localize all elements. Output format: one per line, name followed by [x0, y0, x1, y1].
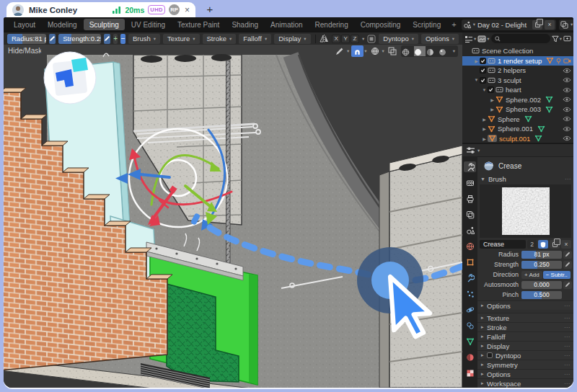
workspace-tab-layout[interactable]: Layout — [8, 19, 41, 30]
properties-tab-physics-icon[interactable] — [464, 304, 476, 315]
workspace-tab-texture-paint[interactable]: Texture Paint — [172, 19, 225, 30]
outliner-row-sphere-001[interactable]: ▶Sphere.001 — [462, 124, 573, 134]
workspace-tab-modeling[interactable]: Modeling — [42, 19, 83, 30]
visibility-checkbox[interactable] — [488, 86, 494, 93]
symmetry-x-toggle[interactable]: X — [332, 35, 340, 43]
workspace-tab-compositing[interactable]: Compositing — [355, 19, 407, 30]
visibility-checkbox[interactable] — [480, 58, 486, 64]
pinch-slider[interactable]: 0.500 — [521, 291, 562, 299]
autosmooth-slider[interactable]: 0.000 — [521, 281, 562, 289]
animate-property-button[interactable] — [563, 261, 572, 269]
properties-tab-particles-icon[interactable] — [464, 288, 476, 299]
properties-tab-view-layer-icon[interactable] — [464, 209, 476, 220]
annotate-tool[interactable]: ▾ — [334, 45, 349, 57]
filter-dropdown[interactable]: ▾ — [552, 35, 562, 43]
outliner-row-1-render-setup[interactable]: ▶1 render setupƒ — [462, 56, 573, 66]
hide-in-viewport-toggle[interactable] — [563, 87, 571, 93]
stroke-dropdown[interactable]: Stroke▾ — [203, 34, 237, 44]
outliner-root-row[interactable]: Scene Collection — [462, 46, 573, 56]
direction-subtract-button[interactable]: − — [120, 34, 125, 44]
outliner-row-sphere[interactable]: ▶Sphere — [462, 115, 573, 125]
direction-option--subtr-[interactable]: − Subtr.. — [543, 271, 571, 279]
strength-slider[interactable]: Strength: 0.250 — [58, 34, 101, 44]
animate-radius-button[interactable] — [49, 34, 56, 44]
panel-texture[interactable]: ▸Texture⋯ — [477, 313, 573, 322]
hide-in-viewport-toggle[interactable] — [563, 126, 571, 132]
expander-icon[interactable]: ▶ — [481, 136, 488, 141]
properties-tab-data-icon[interactable] — [464, 336, 476, 347]
hide-in-viewport-toggle[interactable] — [563, 68, 571, 74]
outliner-row-3-sculpt[interactable]: ▼3 sculpt — [462, 76, 573, 86]
panel-stroke[interactable]: ▸Stroke⋯ — [477, 322, 573, 331]
viewport-menu[interactable]: Hide/Mask — [8, 47, 41, 55]
properties-tab-world-icon[interactable] — [464, 241, 476, 251]
brush-dropdown[interactable]: Brush▾ — [128, 34, 160, 44]
panel-checkbox[interactable] — [487, 352, 493, 358]
outliner-row-sculpt-001[interactable]: ▶sculpt.001 — [462, 134, 573, 143]
animate-property-button[interactable] — [563, 281, 572, 289]
falloff-dropdown[interactable]: Falloff▾ — [239, 34, 271, 44]
panel-symmetry[interactable]: ▸Symmetry⋯ — [477, 360, 573, 369]
expander-icon[interactable]: ▼ — [481, 88, 488, 92]
snapping-toggle[interactable]: ▾ — [351, 45, 366, 57]
unlink-brush-button[interactable]: × — [561, 240, 571, 249]
filter-id-type-dropdown[interactable]: ▾ — [477, 35, 489, 43]
brush-texture-preview[interactable] — [480, 184, 571, 238]
options-subpanel-header[interactable]: ▸ Options ⋯ — [477, 300, 573, 310]
visibility-checkbox[interactable] — [480, 77, 486, 84]
workspace-tab-scripting[interactable]: Scripting — [407, 19, 446, 30]
brush-name-field[interactable]: Crease — [480, 240, 526, 249]
delete-scene-button[interactable]: × — [545, 20, 555, 30]
duplicate-brush-button[interactable] — [550, 240, 560, 249]
panel-falloff[interactable]: ▸Falloff⋯ — [477, 331, 573, 341]
hide-in-viewport-toggle[interactable] — [563, 135, 571, 141]
symmetry-z-toggle[interactable]: Z — [351, 35, 359, 43]
properties-tab-output-icon[interactable] — [464, 193, 476, 204]
properties-tab-scene-icon[interactable] — [464, 225, 476, 236]
properties-tab-tool-icon[interactable] — [464, 161, 476, 172]
texture-dropdown[interactable]: Texture▾ — [163, 34, 199, 44]
direction-option--add[interactable]: + Add — [521, 271, 542, 279]
strength-slider[interactable]: 0.250 — [521, 261, 562, 269]
radius-slider[interactable]: Radius: 81 px — [7, 34, 46, 44]
outliner-row-sphere-003[interactable]: ▶Sphere.003 — [462, 104, 573, 115]
panel-display[interactable]: ▸Display⋯ — [477, 341, 573, 350]
new-tab-button[interactable]: + — [203, 1, 217, 16]
material-shading-button[interactable] — [426, 46, 438, 56]
display-mode-dropdown[interactable]: ▾ — [464, 35, 476, 43]
properties-tab-constraints-icon[interactable] — [464, 320, 476, 331]
fade-checkbox-icon[interactable] — [367, 35, 376, 43]
direction-add-button[interactable]: + — [113, 34, 118, 44]
outliner-row-2-helpers[interactable]: 2 helpers — [462, 66, 573, 76]
expander-icon[interactable]: ▶ — [473, 58, 480, 63]
workspace-tab-shading[interactable]: Shading — [226, 19, 264, 30]
display-dropdown[interactable]: Display▾ — [274, 34, 310, 44]
tab-close-button[interactable]: × — [185, 6, 190, 14]
expander-icon[interactable]: ▶ — [489, 97, 495, 102]
fake-user-shield-toggle[interactable] — [538, 240, 548, 249]
panel-workspace[interactable]: ▸Workspace⋯ — [477, 378, 573, 388]
viewport-3d[interactable]: Hide/Mask ▾ ▾ ▾ — [4, 45, 462, 388]
animate-property-button[interactable] — [563, 251, 572, 259]
outliner-search-input[interactable] — [491, 34, 550, 43]
hide-in-viewport-toggle[interactable] — [563, 107, 571, 112]
expander-icon[interactable]: ▶ — [489, 107, 495, 112]
expander-icon[interactable]: ▶ — [481, 126, 488, 131]
symmetry-y-toggle[interactable]: Y — [341, 35, 350, 43]
options-dropdown[interactable]: Options ▾ — [421, 34, 459, 44]
solid-shading-button[interactable] — [414, 46, 426, 56]
wireframe-shading-button[interactable] — [402, 46, 413, 56]
workspace-tab-sculpting[interactable]: Sculpting — [84, 19, 125, 30]
animate-strength-button[interactable] — [104, 34, 110, 44]
dyntopo-dropdown[interactable]: Dyntopo ▾ — [379, 34, 418, 44]
outliner-row-sphere-002[interactable]: ▶Sphere.002 — [462, 95, 573, 105]
properties-tab-texture-icon[interactable] — [464, 368, 476, 378]
brush-panel-header[interactable]: ▼ Brush ⋯ — [480, 175, 571, 183]
proportional-edit[interactable]: ▾ — [369, 45, 384, 57]
scene-selector[interactable]: ▾ Day 02 - Delight × — [462, 19, 556, 30]
outliner-row-heart[interactable]: ▼heart — [462, 85, 573, 95]
hide-in-viewport-toggle[interactable] — [563, 116, 571, 122]
properties-tab-modifiers-icon[interactable] — [464, 272, 476, 283]
browser-tab[interactable]: Mike Conley 20ms UHD RP × — [6, 2, 195, 17]
new-collection-icon[interactable] — [563, 35, 571, 43]
